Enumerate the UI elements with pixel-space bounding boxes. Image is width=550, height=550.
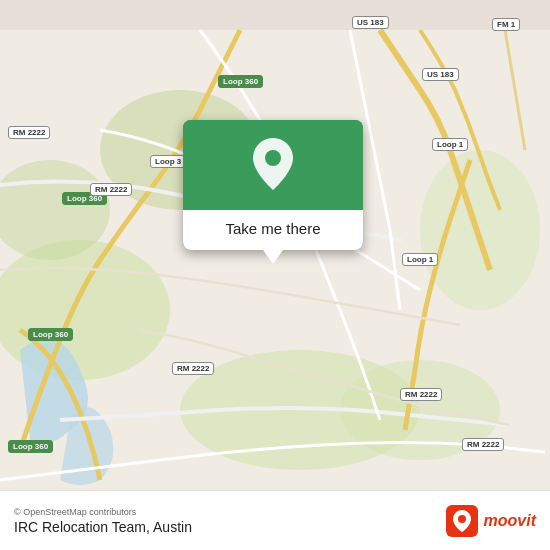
road-label-rm2222-left: RM 2222	[8, 126, 50, 139]
road-label-us183-top: US 183	[352, 16, 389, 29]
bottom-left-info: © OpenStreetMap contributors IRC Relocat…	[14, 507, 192, 535]
popup-card-icon-area	[183, 120, 363, 210]
location-name: IRC Relocation Team, Austin	[14, 519, 192, 535]
location-pin-icon	[248, 136, 298, 194]
svg-point-7	[265, 150, 281, 166]
svg-point-4	[420, 150, 540, 310]
road-label-rm2222-low: RM 2222	[172, 362, 214, 375]
attribution-text: © OpenStreetMap contributors	[14, 507, 192, 517]
popup-arrow	[263, 250, 283, 264]
road-label-rm2222-mid: RM 2222	[90, 183, 132, 196]
road-label-loop360-low: Loop 360	[28, 328, 73, 341]
road-label-loop1-top: Loop 1	[432, 138, 468, 151]
svg-point-9	[458, 515, 466, 523]
take-me-there-label: Take me there	[225, 220, 320, 237]
road-label-loop360-bot: Loop 360	[8, 440, 53, 453]
road-label-loop360-top: Loop 360	[218, 75, 263, 88]
road-label-us183-mid: US 183	[422, 68, 459, 81]
moovit-text-label: moovit	[484, 512, 536, 530]
road-label-rm2222-right: RM 2222	[400, 388, 442, 401]
map-container: Loop 360 Loop 360 Loop 360 Loop 360 Loop…	[0, 0, 550, 550]
road-label-loop1-bot: Loop 1	[402, 253, 438, 266]
popup-card-button-area[interactable]: Take me there	[183, 210, 363, 250]
bottom-bar: © OpenStreetMap contributors IRC Relocat…	[0, 490, 550, 550]
moovit-logo: moovit	[446, 505, 536, 537]
popup-card[interactable]: Take me there	[183, 120, 363, 250]
road-label-loop3: Loop 3	[150, 155, 186, 168]
moovit-icon	[446, 505, 478, 537]
road-label-rm2222-br: RM 2222	[462, 438, 504, 451]
road-label-fm1: FM 1	[492, 18, 520, 31]
